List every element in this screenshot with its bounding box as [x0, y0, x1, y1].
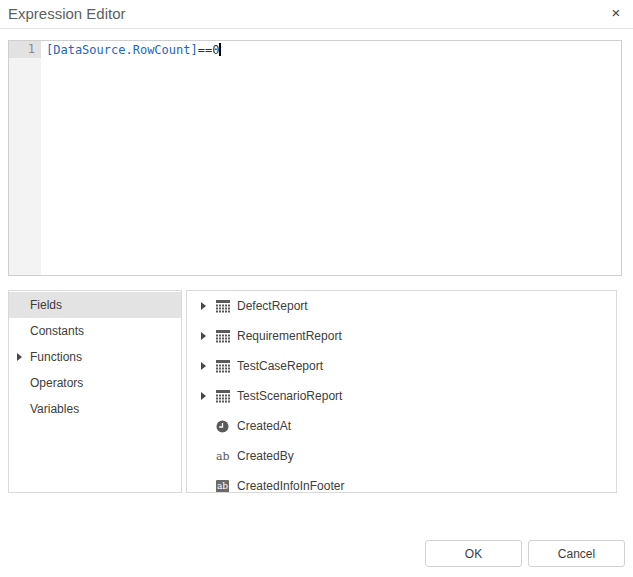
category-item-variables[interactable]: Variables — [9, 396, 181, 422]
text-caret — [219, 43, 221, 56]
tree-item-createdby[interactable]: ab CreatedBy — [187, 441, 616, 471]
category-label: Fields — [30, 298, 62, 312]
tree-item-createdinfoinfooter[interactable]: ab CreatedInfoInFooter — [187, 471, 616, 493]
category-item-fields[interactable]: Fields — [9, 292, 181, 318]
category-item-functions[interactable]: Functions — [9, 344, 181, 370]
code-operator-token: ==0 — [198, 43, 220, 57]
dialog-titlebar: Expression Editor × — [0, 0, 633, 29]
line-number: 1 — [9, 41, 41, 58]
expand-arrow-icon[interactable] — [201, 362, 206, 370]
table-icon — [216, 360, 237, 373]
cancel-button[interactable]: Cancel — [528, 540, 625, 567]
tree-item-label: DefectReport — [237, 299, 308, 313]
expand-arrow-icon[interactable] — [201, 332, 206, 340]
category-list: Fields Constants Functions Operators Var… — [8, 290, 182, 493]
tree-item-defectreport[interactable]: DefectReport — [187, 291, 616, 321]
category-item-operators[interactable]: Operators — [9, 370, 181, 396]
tree-item-testscenarioreport[interactable]: TestScenarioReport — [187, 381, 616, 411]
category-label: Variables — [30, 402, 79, 416]
table-icon — [216, 330, 237, 343]
fields-tree: DefectReport RequirementReport TestCaseR… — [186, 290, 617, 493]
tree-item-createdat[interactable]: CreatedAt — [187, 411, 616, 441]
close-icon[interactable]: × — [606, 3, 626, 23]
tree-item-label: TestCaseReport — [237, 359, 323, 373]
dialog-title: Expression Editor — [8, 5, 126, 22]
string-icon: ab — [216, 451, 230, 462]
code-field-token: [DataSource.RowCount] — [46, 43, 198, 57]
tree-item-requirementreport[interactable]: RequirementReport — [187, 321, 616, 351]
string-box-icon: ab — [216, 480, 229, 493]
tree-item-label: CreatedAt — [237, 419, 291, 433]
tree-item-testcasereport[interactable]: TestCaseReport — [187, 351, 616, 381]
expression-editor-dialog: Expression Editor × 1 [DataSource.RowCou… — [0, 0, 633, 577]
table-icon — [216, 390, 237, 403]
expand-arrow-icon[interactable] — [201, 392, 206, 400]
table-icon — [216, 300, 237, 313]
editor-line-number-gutter: 1 — [9, 41, 41, 275]
datetime-icon — [216, 420, 237, 433]
expand-arrow-icon[interactable] — [17, 353, 22, 361]
ok-button[interactable]: OK — [425, 540, 522, 567]
expand-arrow-icon[interactable] — [201, 302, 206, 310]
tree-item-label: TestScenarioReport — [237, 389, 342, 403]
tree-item-label: CreatedBy — [237, 449, 294, 463]
category-item-constants[interactable]: Constants — [9, 318, 181, 344]
category-label: Operators — [30, 376, 83, 390]
tree-item-label: CreatedInfoInFooter — [237, 479, 344, 493]
tree-item-label: RequirementReport — [237, 329, 342, 343]
expression-code-line[interactable]: [DataSource.RowCount]==0 — [46, 42, 221, 59]
expression-code-editor[interactable]: 1 [DataSource.RowCount]==0 — [8, 40, 622, 276]
category-label: Constants — [30, 324, 84, 338]
category-label: Functions — [30, 350, 82, 364]
